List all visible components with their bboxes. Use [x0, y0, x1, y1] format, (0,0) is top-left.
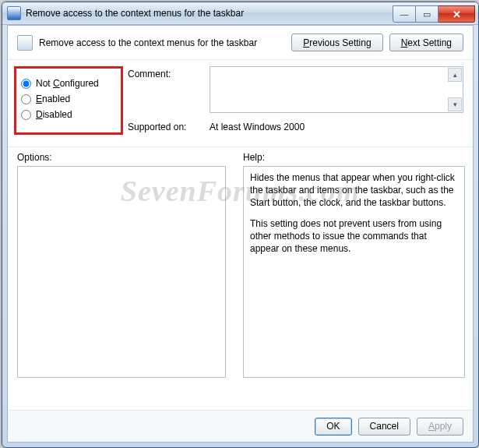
state-radio-group-highlight: Not Configured Enabled Disabled — [14, 66, 123, 135]
help-text-1: Hides the menus that appear when you rig… — [250, 171, 458, 210]
policy-header: Remove access to the context menus for t… — [8, 26, 473, 60]
policy-title: Remove access to the context menus for t… — [39, 37, 291, 48]
minimize-button[interactable]: — — [393, 5, 416, 23]
maximize-button[interactable]: ▭ — [416, 5, 438, 23]
comment-label: Comment: — [128, 66, 210, 79]
comment-textarea[interactable]: ▴ ▾ — [210, 66, 463, 113]
options-panel — [17, 166, 226, 378]
options-label: Options: — [17, 152, 226, 163]
radio-not-configured-input[interactable] — [21, 79, 31, 89]
radio-enabled[interactable]: Enabled — [19, 93, 118, 104]
app-icon — [7, 6, 21, 20]
supported-on-label: Supported on: — [128, 119, 210, 132]
close-button[interactable]: ✕ — [438, 5, 475, 23]
window-frame: Remove access to the context menus for t… — [2, 2, 479, 448]
scroll-down-icon[interactable]: ▾ — [448, 97, 462, 111]
client-area: Remove access to the context menus for t… — [7, 25, 474, 443]
help-label: Help: — [243, 152, 465, 163]
radio-disabled-input[interactable] — [21, 110, 31, 120]
help-text-2: This setting does not prevent users from… — [250, 217, 458, 256]
window-title: Remove access to the context menus for t… — [26, 8, 393, 19]
scroll-up-icon[interactable]: ▴ — [448, 68, 462, 82]
upper-section: Not Configured Enabled Disabled Comment: — [8, 60, 473, 147]
radio-enabled-input[interactable] — [21, 94, 31, 104]
radio-disabled[interactable]: Disabled — [19, 109, 118, 120]
window-controls: — ▭ ✕ — [393, 5, 475, 21]
lower-section: Options: Help: Hides the menus that appe… — [8, 147, 473, 378]
dialog-footer: OK Cancel Apply — [8, 410, 473, 442]
supported-on-value: At least Windows 2000 — [210, 119, 463, 132]
next-setting-button[interactable]: Next Setting — [389, 34, 463, 51]
help-panel: Hides the menus that appear when you rig… — [243, 166, 465, 378]
radio-not-configured[interactable]: Not Configured — [19, 78, 118, 89]
ok-button[interactable]: OK — [315, 418, 351, 436]
apply-button: Apply — [417, 418, 463, 436]
previous-setting-button[interactable]: Previous Setting — [291, 34, 382, 51]
cancel-button[interactable]: Cancel — [358, 418, 410, 436]
policy-icon — [17, 35, 33, 51]
titlebar[interactable]: Remove access to the context menus for t… — [2, 2, 478, 25]
